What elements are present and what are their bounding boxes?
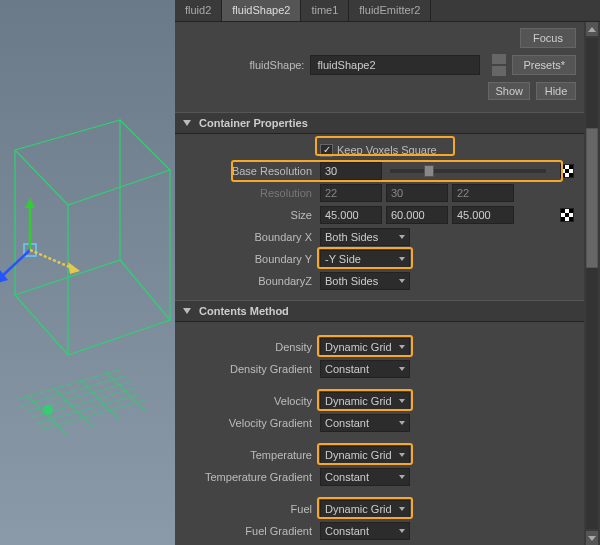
node-tabs: fluid2 fluidShape2 time1 fluidEmitter2	[175, 0, 600, 22]
temperature-gradient-label: Temperature Gradient	[175, 471, 320, 483]
velocity-gradient-dropdown[interactable]: Constant	[320, 414, 410, 432]
viewport-3d[interactable]	[0, 0, 175, 545]
scrollbar-vertical[interactable]	[584, 22, 600, 545]
size-x[interactable]	[320, 206, 382, 224]
size-z[interactable]	[452, 206, 514, 224]
base-resolution-slider[interactable]	[390, 169, 546, 173]
density-gradient-label: Density Gradient	[175, 363, 320, 375]
tab-fluidshape2[interactable]: fluidShape2	[222, 0, 301, 21]
svg-line-4	[20, 376, 125, 406]
chevron-down-icon	[399, 257, 405, 261]
base-resolution-label: Base Resolution	[175, 165, 320, 177]
hide-button[interactable]: Hide	[536, 82, 576, 100]
shape-name-label: fluidShape:	[224, 59, 304, 71]
chevron-down-icon	[183, 120, 191, 126]
tab-fluidemitter2[interactable]: fluidEmitter2	[349, 0, 431, 21]
svg-line-0	[15, 150, 68, 205]
chevron-down-icon	[399, 507, 405, 511]
chevron-down-icon	[399, 475, 405, 479]
svg-marker-20	[25, 198, 35, 208]
size-label: Size	[175, 209, 320, 221]
keep-voxels-label: Keep Voxels Square	[337, 144, 437, 156]
boundary-y-label: Boundary Y	[175, 253, 320, 265]
save-icon[interactable]	[492, 66, 506, 76]
boundary-z-label: BoundaryZ	[175, 275, 320, 287]
scroll-thumb[interactable]	[586, 128, 598, 268]
resolution-label: Resolution	[175, 187, 320, 199]
temperature-label: Temperature	[175, 449, 320, 461]
load-icon[interactable]	[492, 54, 506, 64]
resolution-z	[452, 184, 514, 202]
density-gradient-dropdown[interactable]: Constant	[320, 360, 410, 378]
svg-line-23	[30, 250, 72, 268]
scroll-down-button[interactable]	[586, 531, 598, 545]
chevron-down-icon	[399, 235, 405, 239]
svg-line-16	[106, 372, 146, 412]
scroll-track[interactable]	[586, 38, 598, 529]
map-swatch-icon[interactable]	[560, 164, 574, 178]
boundary-z-dropdown[interactable]: Both Sides	[320, 272, 410, 290]
presets-button[interactable]: Presets*	[512, 55, 576, 75]
map-swatch-icon[interactable]	[560, 208, 574, 222]
density-dropdown[interactable]: Dynamic Grid	[320, 338, 410, 356]
chevron-down-icon	[399, 345, 405, 349]
resolution-y	[386, 184, 448, 202]
tab-fluid2[interactable]: fluid2	[175, 0, 222, 21]
keep-voxels-checkbox[interactable]: ✓	[320, 144, 333, 157]
temperature-gradient-dropdown[interactable]: Constant	[320, 468, 410, 486]
velocity-gradient-label: Velocity Gradient	[175, 417, 320, 429]
chevron-down-icon	[399, 453, 405, 457]
section-title: Contents Method	[199, 305, 289, 317]
chevron-down-icon	[399, 367, 405, 371]
chevron-down-icon	[399, 279, 405, 283]
focus-button[interactable]: Focus	[520, 28, 576, 48]
fuel-gradient-label: Fuel Gradient	[175, 525, 320, 537]
tab-time1[interactable]: time1	[301, 0, 349, 21]
attribute-editor-panel: fluid2 fluidShape2 time1 fluidEmitter2 F…	[175, 0, 600, 545]
chevron-down-icon	[399, 529, 405, 533]
svg-line-1	[68, 170, 170, 205]
fuel-gradient-dropdown[interactable]: Constant	[320, 522, 410, 540]
base-resolution-input[interactable]	[320, 162, 382, 180]
svg-marker-24	[68, 262, 80, 274]
boundary-x-label: Boundary X	[175, 231, 320, 243]
chevron-down-icon	[399, 421, 405, 425]
shape-name-input[interactable]	[310, 55, 480, 75]
density-label: Density	[175, 341, 320, 353]
svg-point-17	[43, 405, 53, 415]
svg-line-3	[15, 370, 120, 400]
velocity-dropdown[interactable]: Dynamic Grid	[320, 392, 410, 410]
temperature-dropdown[interactable]: Dynamic Grid	[320, 446, 410, 464]
section-contents-method[interactable]: Contents Method	[175, 300, 584, 322]
velocity-label: Velocity	[175, 395, 320, 407]
svg-line-14	[80, 380, 120, 420]
show-button[interactable]: Show	[488, 82, 530, 100]
chevron-down-icon	[399, 399, 405, 403]
fuel-label: Fuel	[175, 503, 320, 515]
section-container-properties[interactable]: Container Properties	[175, 112, 584, 134]
svg-line-15	[93, 376, 133, 416]
svg-line-8	[40, 400, 145, 430]
fuel-dropdown[interactable]: Dynamic Grid	[320, 500, 410, 518]
chevron-down-icon	[183, 308, 191, 314]
scroll-up-button[interactable]	[586, 22, 598, 36]
boundary-y-dropdown[interactable]: -Y Side	[320, 250, 410, 268]
resolution-x	[320, 184, 382, 202]
boundary-x-dropdown[interactable]: Both Sides	[320, 228, 410, 246]
section-title: Container Properties	[199, 117, 308, 129]
size-y[interactable]	[386, 206, 448, 224]
